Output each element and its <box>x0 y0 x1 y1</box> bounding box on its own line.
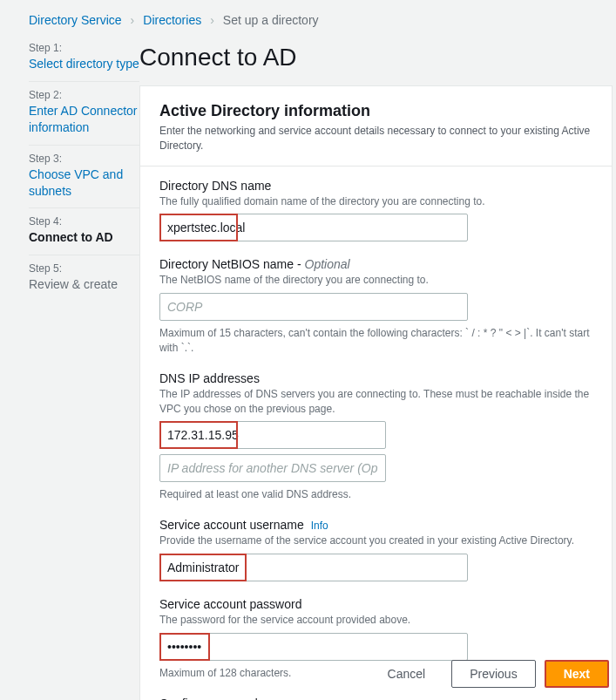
username-input[interactable] <box>159 554 468 581</box>
step-1[interactable]: Step 1: Select directory type <box>29 40 139 81</box>
dns-name-input[interactable] <box>159 214 468 241</box>
netbios-optional: Optional <box>305 257 350 271</box>
step-1-label: Step 1: <box>29 40 139 56</box>
netbios-hint: The NetBIOS name of the directory you ar… <box>159 273 592 288</box>
step-5: Step 5: Review & create <box>29 255 139 302</box>
step-2-title[interactable]: Enter AD Connector information <box>29 103 139 136</box>
dns-name-label: Directory DNS name <box>159 179 592 193</box>
wizard-footer: Cancel Previous Next <box>367 651 613 697</box>
previous-button[interactable]: Previous <box>451 660 535 688</box>
chevron-right-icon: › <box>131 13 135 27</box>
step-5-label: Step 5: <box>29 261 139 276</box>
field-username: Service account username Info Provide th… <box>159 518 592 581</box>
ad-info-panel: Active Directory information Enter the n… <box>139 85 613 700</box>
field-netbios: Directory NetBIOS name - Optional The Ne… <box>159 257 592 355</box>
wizard-sidebar: Step 1: Select directory type Step 2: En… <box>0 40 139 302</box>
dns-ips-label: DNS IP addresses <box>159 371 592 385</box>
password-hint: The password for the service account pro… <box>159 613 592 628</box>
next-button[interactable]: Next <box>545 660 609 688</box>
confirm-label: Confirm password <box>159 697 592 700</box>
field-dns-ips: DNS IP addresses The IP addresses of DNS… <box>159 371 592 502</box>
netbios-label: Directory NetBIOS name - Optional <box>159 257 592 271</box>
step-3-title[interactable]: Choose VPC and subnets <box>29 167 139 200</box>
step-5-title: Review & create <box>29 276 139 293</box>
dns-ips-constraint: Required at least one valid DNS address. <box>159 487 592 502</box>
breadcrumb-current: Set up a directory <box>223 13 319 27</box>
step-2[interactable]: Step 2: Enter AD Connector information <box>29 81 139 145</box>
breadcrumb-root[interactable]: Directory Service <box>29 13 122 27</box>
breadcrumb: Directory Service › Directories › Set up… <box>0 0 616 40</box>
panel-header: Active Directory information <box>159 102 592 120</box>
panel-subtitle: Enter the networking and service account… <box>159 124 592 153</box>
dns-ips-hint: The IP addresses of DNS servers you are … <box>159 387 592 417</box>
netbios-input[interactable] <box>159 293 468 321</box>
username-label-text: Service account username <box>159 518 304 532</box>
step-4[interactable]: Step 4: Connect to AD <box>29 207 139 255</box>
step-2-label: Step 2: <box>29 87 139 103</box>
step-1-title[interactable]: Select directory type <box>29 56 139 72</box>
username-hint: Provide the username of the service acco… <box>159 533 592 548</box>
field-dns-name: Directory DNS name The fully qualified d… <box>159 179 592 242</box>
chevron-right-icon: › <box>210 13 214 27</box>
step-4-title: Connect to AD <box>29 229 139 246</box>
dns-ip-1-input[interactable] <box>159 421 386 449</box>
dns-ip-2-input[interactable] <box>159 454 386 482</box>
netbios-label-text: Directory NetBIOS name - <box>159 257 305 271</box>
divider <box>140 166 612 167</box>
field-confirm: Confirm password This password must matc… <box>159 697 592 700</box>
cancel-button[interactable]: Cancel <box>370 660 443 688</box>
breadcrumb-section[interactable]: Directories <box>143 13 201 27</box>
page-title: Connect to AD <box>139 40 613 85</box>
dns-name-hint: The fully qualified domain name of the d… <box>159 194 592 209</box>
password-label: Service account password <box>159 597 592 611</box>
step-3-label: Step 3: <box>29 151 139 167</box>
step-4-label: Step 4: <box>29 214 139 229</box>
netbios-constraint: Maximum of 15 characters, can't contain … <box>159 326 592 356</box>
step-3[interactable]: Step 3: Choose VPC and subnets <box>29 145 139 208</box>
username-label: Service account username Info <box>159 518 592 532</box>
username-info-link[interactable]: Info <box>311 520 328 532</box>
